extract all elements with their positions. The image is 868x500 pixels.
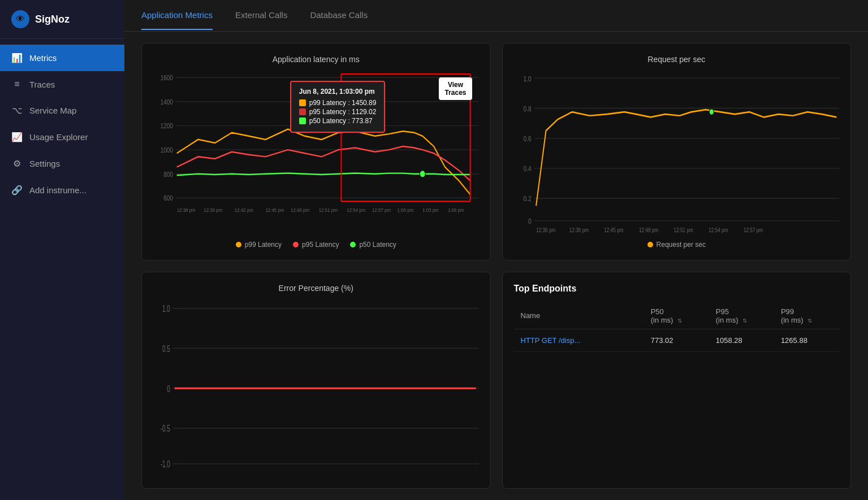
svg-text:12:51 pm: 12:51 pm: [319, 207, 338, 213]
view-traces-button[interactable]: ViewTraces: [439, 77, 472, 100]
sort-p95-icon: ⇅: [742, 318, 747, 324]
sidebar-item-metrics[interactable]: 📊 Metrics: [0, 45, 124, 71]
latency-tooltip: Jun 8, 2021, 1:03:00 pm p99 Latency : 14…: [290, 81, 386, 133]
sidebar-item-traces[interactable]: ≡ Traces: [0, 71, 124, 97]
tooltip-p99-color: [299, 99, 306, 106]
legend-p95-label: p95 Latency: [302, 241, 339, 249]
svg-text:1400: 1400: [161, 98, 173, 106]
sidebar-item-traces-label: Traces: [29, 80, 55, 89]
sidebar-item-settings-label: Settings: [29, 159, 60, 168]
tooltip-p50-value: p50 Latency : 773.87: [309, 117, 373, 125]
svg-text:12:51 pm: 12:51 pm: [673, 227, 693, 233]
tooltip-p95-value: p95 Latency : 1129.02: [309, 108, 377, 116]
tooltip-p95-row: p95 Latency : 1129.02: [299, 108, 377, 116]
svg-text:1200: 1200: [161, 122, 173, 129]
svg-text:12:57 pm: 12:57 pm: [372, 207, 391, 213]
sidebar-item-metrics-label: Metrics: [29, 53, 57, 63]
svg-text:600: 600: [163, 194, 173, 202]
tooltip-p99-row: p99 Latency : 1450.89: [299, 99, 377, 107]
legend-request-label: Request per sec: [657, 241, 706, 249]
table-row: HTTP GET /disp... 773.02 1058.28 1265.88: [514, 329, 840, 351]
legend-p99-dot: [236, 242, 241, 247]
sidebar-item-service-map[interactable]: ⌥ Service Map: [0, 97, 124, 124]
tooltip-date: Jun 8, 2021, 1:03:00 pm: [299, 88, 377, 95]
col-p95[interactable]: P95(in ms) ⇅: [709, 303, 774, 329]
svg-text:1:06 pm: 1:06 pm: [448, 207, 464, 213]
svg-text:12:38 pm: 12:38 pm: [177, 207, 196, 213]
tab-database-calls[interactable]: Database Calls: [310, 1, 368, 30]
svg-text:12:38 pm: 12:38 pm: [569, 227, 588, 233]
request-chart-panel: Request per sec 1.0 0.8 0.6 0.4 0.2: [502, 43, 852, 260]
svg-text:12:42 pm: 12:42 pm: [235, 207, 253, 213]
settings-icon: ⚙: [11, 158, 23, 169]
endpoint-p50: 773.02: [644, 329, 709, 351]
tab-external-calls[interactable]: External Calls: [235, 1, 288, 30]
endpoints-table-header: Name P50(in ms) ⇅ P95(in ms) ⇅ P99(in ms…: [514, 303, 840, 329]
service-map-icon: ⌥: [11, 105, 23, 116]
svg-text:0.6: 0.6: [523, 134, 532, 144]
svg-text:1000: 1000: [161, 146, 173, 154]
sidebar-item-service-map-label: Service Map: [29, 106, 76, 115]
logo-icon: 👁: [11, 10, 29, 28]
svg-text:800: 800: [163, 171, 173, 178]
svg-text:0.2: 0.2: [523, 194, 531, 203]
legend-request: Request per sec: [647, 241, 706, 249]
request-chart-area: 1.0 0.8 0.6 0.4 0.2 0 12:36 pm 12:38 pm …: [514, 71, 840, 236]
tab-application-metrics[interactable]: Application Metrics: [141, 1, 213, 30]
svg-text:12:45 pm: 12:45 pm: [604, 227, 623, 233]
tooltip-p50-row: p50 Latency : 773.87: [299, 117, 377, 125]
logo-text: SigNoz: [35, 14, 70, 25]
legend-p95-dot: [293, 242, 299, 247]
top-endpoints-title: Top Endpoints: [514, 284, 840, 294]
legend-p50: p50 Latency: [350, 241, 396, 249]
request-svg: 1.0 0.8 0.6 0.4 0.2 0 12:36 pm 12:38 pm …: [514, 71, 840, 236]
sort-p99-icon: ⇅: [807, 318, 812, 324]
error-chart-area: 1.0 0.5 0 -0.5 -1.0: [153, 299, 479, 477]
sidebar: 👁 SigNoz 📊 Metrics ≡ Traces ⌥ Service Ma…: [0, 0, 124, 500]
sidebar-item-settings[interactable]: ⚙ Settings: [0, 150, 124, 177]
svg-text:12:54 pm: 12:54 pm: [709, 227, 728, 233]
sidebar-nav: 📊 Metrics ≡ Traces ⌥ Service Map 📈 Usage…: [0, 39, 124, 500]
svg-text:12:54 pm: 12:54 pm: [347, 207, 365, 213]
request-legend: Request per sec: [514, 241, 840, 249]
tabs-bar: Application Metrics External Calls Datab…: [124, 0, 868, 32]
top-endpoints-panel: Top Endpoints Name P50(in ms) ⇅ P95(in m…: [502, 272, 852, 489]
svg-text:1.0: 1.0: [523, 74, 532, 83]
legend-p99-label: p99 Latency: [245, 241, 282, 249]
svg-point-44: [709, 109, 714, 115]
col-p50[interactable]: P50(in ms) ⇅: [644, 303, 709, 329]
error-chart-panel: Error Percentage (%) 1.0 0.5 0 -0.5 -1.0: [141, 272, 491, 489]
svg-text:-1.0: -1.0: [161, 459, 170, 469]
latency-legend: p99 Latency p95 Latency p50 Latency: [153, 241, 479, 249]
svg-text:1:00 pm: 1:00 pm: [398, 207, 414, 213]
endpoint-name[interactable]: HTTP GET /disp...: [514, 329, 644, 351]
svg-text:0: 0: [528, 217, 532, 226]
col-name: Name: [514, 303, 644, 329]
svg-point-23: [420, 171, 425, 177]
sidebar-item-add-instrument[interactable]: 🔗 Add instrume...: [0, 177, 124, 203]
add-instrument-icon: 🔗: [11, 185, 23, 195]
svg-text:0.4: 0.4: [523, 164, 532, 173]
sort-p50-icon: ⇅: [677, 318, 682, 324]
svg-text:0.5: 0.5: [162, 344, 170, 354]
content-area: Application latency in ms 1600 1400 1200…: [124, 32, 868, 500]
sidebar-item-usage-explorer[interactable]: 📈 Usage Explorer: [0, 124, 124, 150]
col-p99[interactable]: P99(in ms) ⇅: [774, 303, 839, 329]
svg-text:12:39 pm: 12:39 pm: [204, 207, 222, 213]
svg-text:12:46 pm: 12:46 pm: [291, 207, 309, 213]
legend-request-dot: [647, 242, 653, 247]
error-svg: 1.0 0.5 0 -0.5 -1.0: [153, 299, 479, 477]
legend-p95: p95 Latency: [293, 241, 339, 249]
traces-icon: ≡: [11, 79, 23, 89]
svg-text:12:45 pm: 12:45 pm: [265, 207, 284, 213]
tooltip-p95-color: [299, 108, 306, 115]
request-chart-title: Request per sec: [514, 55, 840, 64]
error-chart-title: Error Percentage (%): [153, 284, 479, 293]
svg-text:1:03 pm: 1:03 pm: [422, 207, 439, 213]
main-content: Application Metrics External Calls Datab…: [124, 0, 868, 500]
usage-explorer-icon: 📈: [11, 132, 23, 142]
svg-text:1.0: 1.0: [162, 303, 170, 314]
metrics-icon: 📊: [11, 53, 23, 63]
logo-area: 👁 SigNoz: [0, 0, 124, 39]
endpoint-p95: 1058.28: [709, 329, 774, 351]
